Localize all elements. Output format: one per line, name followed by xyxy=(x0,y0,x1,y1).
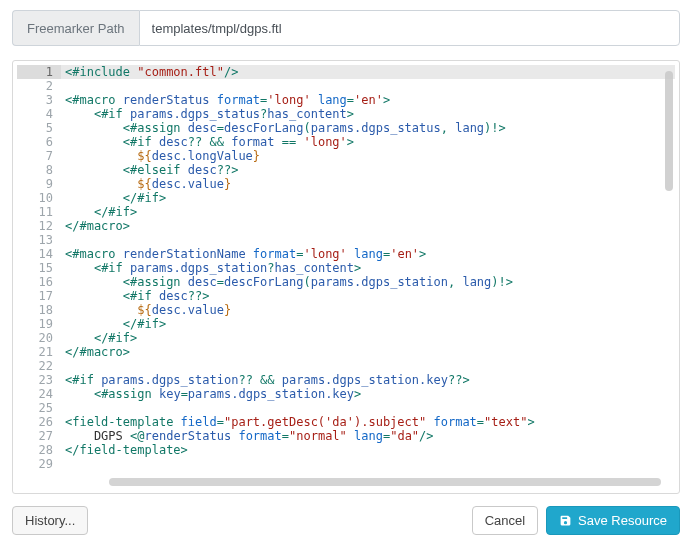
line-number: 2 xyxy=(17,79,61,93)
freemarker-path-input[interactable] xyxy=(139,10,680,46)
code-line[interactable]: <#if desc??> xyxy=(61,289,675,303)
path-label: Freemarker Path xyxy=(12,10,139,46)
line-number: 18 xyxy=(17,303,61,317)
code-line[interactable]: ${desc.longValue} xyxy=(61,149,675,163)
cancel-button[interactable]: Cancel xyxy=(472,506,538,535)
line-number: 9 xyxy=(17,177,61,191)
line-number: 7 xyxy=(17,149,61,163)
line-number: 8 xyxy=(17,163,61,177)
line-number: 13 xyxy=(17,233,61,247)
code-line[interactable] xyxy=(61,359,675,373)
code-line[interactable]: <#if desc?? && format == 'long'> xyxy=(61,135,675,149)
code-editor[interactable]: 1234567891011121314151617181920212223242… xyxy=(17,65,675,489)
code-line[interactable]: <#elseif desc??> xyxy=(61,163,675,177)
code-line[interactable]: <#assign desc=descForLang(params.dgps_st… xyxy=(61,275,675,289)
line-gutter: 1234567891011121314151617181920212223242… xyxy=(17,65,61,489)
code-area[interactable]: <#include "common.ftl"/><#macro renderSt… xyxy=(61,65,675,489)
line-number: 23 xyxy=(17,373,61,387)
code-line[interactable]: </field-template> xyxy=(61,443,675,457)
line-number: 20 xyxy=(17,331,61,345)
code-line[interactable]: <#if params.dgps_status?has_content> xyxy=(61,107,675,121)
line-number: 1 xyxy=(17,65,61,79)
horizontal-scrollbar[interactable] xyxy=(109,478,661,486)
line-number: 3 xyxy=(17,93,61,107)
code-line[interactable]: <field-template field="part.getDesc('da'… xyxy=(61,415,675,429)
line-number: 17 xyxy=(17,289,61,303)
line-number: 22 xyxy=(17,359,61,373)
line-number: 16 xyxy=(17,275,61,289)
save-resource-button[interactable]: Save Resource xyxy=(546,506,680,535)
editor-dialog: Freemarker Path 123456789101112131415161… xyxy=(0,0,692,546)
code-line[interactable]: </#if> xyxy=(61,331,675,345)
save-icon xyxy=(559,514,572,527)
line-number: 26 xyxy=(17,415,61,429)
code-line[interactable]: </#if> xyxy=(61,191,675,205)
code-line[interactable]: </#if> xyxy=(61,205,675,219)
code-line[interactable]: <#macro renderStatus format='long' lang=… xyxy=(61,93,675,107)
code-line[interactable]: </#macro> xyxy=(61,345,675,359)
code-line[interactable]: <#include "common.ftl"/> xyxy=(61,65,675,79)
vertical-scrollbar[interactable] xyxy=(665,71,673,191)
line-number: 5 xyxy=(17,121,61,135)
line-number: 10 xyxy=(17,191,61,205)
code-line[interactable] xyxy=(61,457,675,471)
line-number: 19 xyxy=(17,317,61,331)
line-number: 27 xyxy=(17,429,61,443)
code-editor-frame: 1234567891011121314151617181920212223242… xyxy=(12,60,680,494)
code-line[interactable]: <#assign key=params.dgps_station.key> xyxy=(61,387,675,401)
code-line[interactable]: ${desc.value} xyxy=(61,303,675,317)
footer-bar: History... Cancel Save Resource xyxy=(12,506,680,535)
code-line[interactable]: </#macro> xyxy=(61,219,675,233)
code-line[interactable]: DGPS <@renderStatus format="normal" lang… xyxy=(61,429,675,443)
code-line[interactable] xyxy=(61,233,675,247)
line-number: 15 xyxy=(17,261,61,275)
path-bar: Freemarker Path xyxy=(12,10,680,46)
line-number: 29 xyxy=(17,457,61,471)
line-number: 21 xyxy=(17,345,61,359)
line-number: 14 xyxy=(17,247,61,261)
line-number: 12 xyxy=(17,219,61,233)
line-number: 25 xyxy=(17,401,61,415)
line-number: 28 xyxy=(17,443,61,457)
line-number: 4 xyxy=(17,107,61,121)
code-line[interactable] xyxy=(61,401,675,415)
code-line[interactable]: </#if> xyxy=(61,317,675,331)
code-content: <#include "common.ftl"/><#macro renderSt… xyxy=(61,65,675,471)
line-number: 11 xyxy=(17,205,61,219)
code-line[interactable] xyxy=(61,79,675,93)
save-resource-label: Save Resource xyxy=(578,513,667,528)
line-number: 6 xyxy=(17,135,61,149)
code-line[interactable]: <#if params.dgps_station?has_content> xyxy=(61,261,675,275)
line-number: 24 xyxy=(17,387,61,401)
code-line[interactable]: <#macro renderStationName format='long' … xyxy=(61,247,675,261)
history-button[interactable]: History... xyxy=(12,506,88,535)
code-line[interactable]: <#if params.dgps_station?? && params.dgp… xyxy=(61,373,675,387)
code-line[interactable]: ${desc.value} xyxy=(61,177,675,191)
code-line[interactable]: <#assign desc=descForLang(params.dgps_st… xyxy=(61,121,675,135)
